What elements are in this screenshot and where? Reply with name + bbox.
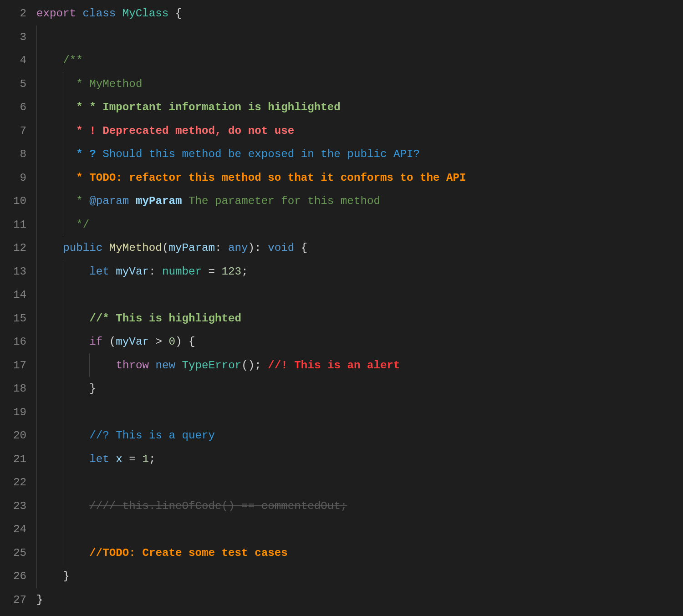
code-token bbox=[109, 453, 116, 465]
code-line[interactable]: * * Important information is highlighted bbox=[36, 96, 683, 119]
indent-guide bbox=[63, 166, 70, 190]
code-token: Should this method be exposed in the pub… bbox=[102, 148, 420, 160]
code-editor[interactable]: 2345678910111213141516171819202122232425… bbox=[0, 0, 683, 616]
code-line[interactable]: let myVar: number = 123; bbox=[36, 260, 683, 284]
code-token: Important information is highlighted bbox=[102, 101, 341, 113]
code-line[interactable]: export class MyClass { bbox=[36, 2, 683, 25]
code-line[interactable]: if (myVar > 0) { bbox=[36, 330, 683, 354]
code-line[interactable] bbox=[36, 25, 683, 49]
indent-guide bbox=[36, 25, 43, 49]
code-line[interactable] bbox=[36, 401, 683, 424]
indent-guide bbox=[63, 72, 70, 96]
code-token: ( bbox=[102, 336, 116, 348]
code-token: void bbox=[268, 242, 294, 254]
indent-space bbox=[43, 101, 63, 113]
indent-guide bbox=[63, 377, 70, 401]
indent-guide bbox=[36, 260, 43, 284]
code-token: class bbox=[83, 7, 116, 20]
code-line[interactable]: /** bbox=[36, 49, 683, 72]
line-number: 16 bbox=[0, 330, 26, 354]
indent-guide bbox=[63, 518, 70, 541]
indent-guide bbox=[36, 49, 43, 72]
indent-space bbox=[43, 195, 63, 207]
code-line[interactable]: */ bbox=[36, 213, 683, 237]
indent-guide bbox=[63, 494, 70, 518]
indent-guide bbox=[63, 424, 70, 448]
indent-space bbox=[43, 54, 63, 66]
code-line[interactable]: * ? Should this method be exposed in the… bbox=[36, 143, 683, 166]
code-line[interactable]: //// this.lineOfCode() == commentedOut; bbox=[36, 494, 683, 518]
code-line[interactable]: } bbox=[36, 588, 683, 612]
indent-space bbox=[43, 500, 63, 512]
indent-space bbox=[70, 265, 90, 278]
code-token: * ! bbox=[76, 125, 102, 137]
line-number: 9 bbox=[0, 166, 26, 190]
indent-guide bbox=[36, 448, 43, 471]
code-line[interactable]: //* This is highlighted bbox=[36, 307, 683, 331]
code-token: : bbox=[255, 242, 268, 254]
line-number: 20 bbox=[0, 424, 26, 448]
code-token bbox=[149, 359, 156, 372]
code-token: */ bbox=[70, 219, 90, 231]
indent-guide bbox=[63, 354, 70, 377]
line-number: 18 bbox=[0, 377, 26, 401]
indent-space bbox=[43, 125, 63, 137]
code-token: MyClass bbox=[122, 7, 169, 20]
line-number: 6 bbox=[0, 96, 26, 119]
code-token bbox=[70, 125, 76, 137]
code-line[interactable]: * TODO: refactor this method so that it … bbox=[36, 166, 683, 190]
code-line[interactable]: //TODO: Create some test cases bbox=[36, 541, 683, 565]
code-line[interactable]: } bbox=[36, 377, 683, 401]
indent-space bbox=[70, 312, 90, 325]
line-number: 26 bbox=[0, 565, 26, 588]
code-token bbox=[102, 242, 109, 254]
code-token: //// this.lineOfCode() == commentedOut; bbox=[89, 500, 347, 512]
code-token: ; bbox=[149, 453, 156, 465]
indent-space bbox=[43, 453, 63, 465]
indent-space bbox=[43, 265, 63, 278]
code-token: x bbox=[116, 453, 122, 465]
code-token: ) { bbox=[175, 336, 195, 348]
code-line[interactable] bbox=[36, 283, 683, 307]
code-line[interactable]: throw new TypeError(); //! This is an al… bbox=[36, 354, 683, 377]
code-token: The parameter for this method bbox=[182, 195, 380, 207]
code-token: TypeError bbox=[182, 359, 242, 372]
code-line[interactable]: * MyMethod bbox=[36, 72, 683, 96]
line-number: 15 bbox=[0, 307, 26, 331]
indent-guide bbox=[36, 72, 43, 96]
indent-guide bbox=[36, 189, 43, 213]
indent-guide bbox=[36, 119, 43, 143]
code-token: * bbox=[70, 195, 90, 207]
code-token: //! This is an alert bbox=[268, 359, 400, 372]
indent-guide bbox=[63, 401, 70, 424]
indent-guide bbox=[36, 330, 43, 354]
code-line[interactable] bbox=[36, 471, 683, 494]
line-number: 19 bbox=[0, 401, 26, 424]
line-number: 13 bbox=[0, 260, 26, 284]
code-token: /** bbox=[63, 54, 83, 66]
indent-space bbox=[43, 570, 63, 582]
code-token: { bbox=[175, 7, 182, 20]
code-line[interactable]: * ! Deprecated method, do not use bbox=[36, 119, 683, 143]
code-line[interactable] bbox=[36, 518, 683, 541]
indent-space bbox=[43, 382, 63, 395]
code-line[interactable]: } bbox=[36, 565, 683, 588]
code-line[interactable]: let x = 1; bbox=[36, 448, 683, 471]
indent-space bbox=[43, 336, 63, 348]
code-token: 0 bbox=[168, 336, 175, 348]
indent-guide bbox=[63, 143, 70, 166]
indent-guide bbox=[63, 189, 70, 213]
indent-space bbox=[43, 289, 63, 301]
code-line[interactable]: //? This is a query bbox=[36, 424, 683, 448]
code-token: * bbox=[70, 78, 90, 90]
code-area[interactable]: export class MyClass { /** * MyMethod * … bbox=[36, 0, 683, 616]
indent-space bbox=[43, 476, 63, 489]
code-line[interactable]: * @param myParam The parameter for this … bbox=[36, 189, 683, 213]
indent-guide bbox=[36, 424, 43, 448]
line-number-gutter: 2345678910111213141516171819202122232425… bbox=[0, 0, 36, 616]
code-token: let bbox=[89, 453, 109, 465]
code-token: new bbox=[156, 359, 176, 372]
line-number: 4 bbox=[0, 49, 26, 72]
code-line[interactable]: public MyMethod(myParam: any): void { bbox=[36, 236, 683, 260]
code-token: if bbox=[89, 336, 102, 348]
